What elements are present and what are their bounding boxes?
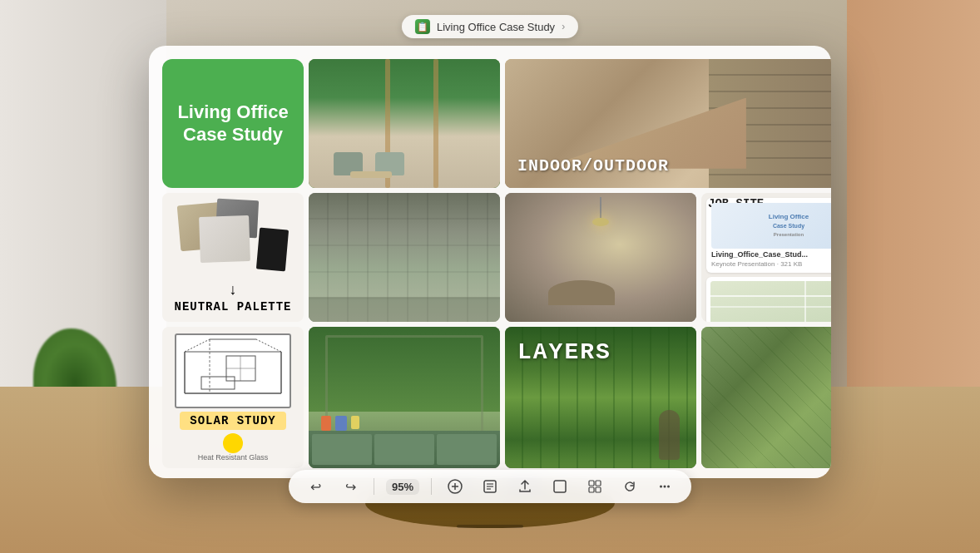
scroll-indicator (457, 525, 523, 528)
main-board: Living Office Case Study (149, 46, 831, 478)
more-button[interactable] (653, 475, 676, 498)
svg-rect-21 (596, 481, 601, 486)
add-button[interactable] (443, 475, 467, 498)
map-preview (710, 281, 831, 322)
sketch-drawing (175, 333, 291, 408)
format-button[interactable] (478, 475, 502, 498)
svg-rect-20 (589, 481, 594, 486)
landscape-note-cell[interactable]: Landscape Architects' Work Samples: See … (701, 327, 831, 468)
keynote-card[interactable]: Living Office Case Study Presentation Li… (706, 198, 831, 273)
road-v (804, 281, 806, 322)
neutral-palette-cell[interactable]: ↓ NEUTRAL PALETTE (162, 193, 304, 322)
board-title: Living Office Case Study (177, 101, 288, 146)
breadcrumb-label: Living Office Case Study (437, 21, 555, 33)
bottom-toolbar: ↩ ↪ 95% (289, 470, 691, 503)
solar-label-bg: SOLAR STUDY (180, 412, 285, 430)
svg-rect-19 (554, 481, 566, 492)
svg-point-25 (664, 486, 666, 488)
material-samples (175, 200, 291, 279)
svg-line-4 (185, 339, 210, 352)
keynote-preview: Living Office Case Study Presentation (711, 203, 831, 249)
neutral-palette-label: NEUTRAL PALETTE (174, 300, 291, 314)
floor-reflection (309, 297, 500, 322)
sample-white (199, 215, 250, 263)
road-h2 (710, 306, 831, 308)
green-cabinets (309, 431, 500, 468)
table-surface (350, 171, 392, 178)
cabinet-door (312, 434, 372, 465)
sample-black (256, 228, 289, 272)
svg-point-24 (660, 486, 662, 488)
app-icon: 📋 (415, 19, 430, 34)
frame-bar (433, 59, 438, 188)
arrow-icon: ↓ (229, 282, 238, 299)
yellow-dot-icon (223, 433, 243, 453)
share-icon (517, 479, 532, 494)
item (335, 416, 347, 431)
cabinet-door (374, 434, 434, 465)
more-icon (657, 479, 672, 494)
svg-rect-23 (596, 487, 601, 492)
view2-button[interactable] (583, 475, 606, 498)
svg-point-26 (667, 486, 670, 488)
map-card[interactable]: De Boom St... Maps · San Fra... (706, 277, 831, 322)
sync-button[interactable] (618, 475, 641, 498)
view1-button[interactable] (548, 475, 572, 498)
indoor-outdoor-photo[interactable]: INDOOR/OUTDOOR (505, 59, 831, 188)
counter-items (321, 416, 359, 431)
undo-button[interactable]: ↩ (304, 475, 327, 498)
heat-resistant-label: Heat Resistant Glass (198, 453, 269, 462)
toolbar-divider (431, 478, 432, 495)
map-bg (710, 281, 831, 322)
view2-icon (587, 479, 602, 494)
solar-study-label: SOLAR STUDY (190, 414, 275, 427)
view1-icon (552, 479, 567, 494)
keynote-filename: Living_Office_Case_Stud... (711, 250, 831, 259)
keynote-inner: Living Office Case Study Presentation (769, 213, 809, 238)
toolbar-divider (374, 478, 374, 495)
interior-lobby-photo[interactable] (505, 193, 696, 322)
leaf-texture (701, 327, 831, 468)
title-cell[interactable]: Living Office Case Study (162, 59, 304, 188)
job-site-cell[interactable]: JOB SITE Living Office Case Study Presen… (701, 193, 831, 322)
item (351, 416, 359, 429)
layers-photo[interactable]: LAYERS (505, 327, 696, 468)
indoor-outdoor-label: INDOOR/OUTDOOR (517, 156, 669, 175)
zoom-level[interactable]: 95% (386, 479, 419, 495)
road-h (710, 295, 831, 297)
green-wall-office-photo[interactable] (309, 59, 500, 188)
board-grid: Living Office Case Study (162, 59, 818, 458)
item (321, 416, 331, 431)
cabinet-door (437, 434, 497, 465)
redo-button[interactable]: ↪ (339, 475, 362, 498)
curved-seating (548, 280, 615, 305)
keynote-meta: Keynote Presentation · 321 KB (711, 260, 831, 268)
svg-line-5 (256, 339, 281, 352)
svg-rect-8 (201, 377, 235, 389)
pendant-light (592, 218, 609, 226)
breadcrumb-bar[interactable]: 📋 Living Office Case Study › (402, 15, 578, 38)
person-silhouette (659, 410, 680, 460)
format-icon (483, 479, 497, 494)
sketch-svg (176, 335, 290, 407)
sync-icon (622, 479, 637, 494)
green-interior-photo[interactable] (309, 327, 500, 468)
layers-label: LAYERS (517, 339, 611, 365)
glass-building-photo[interactable] (309, 193, 500, 322)
share-button[interactable] (513, 475, 537, 498)
pendant-wire (600, 197, 601, 218)
chevron-icon: › (562, 21, 565, 32)
add-icon (448, 479, 463, 494)
solar-study-cell[interactable]: SOLAR STUDY Heat Resistant Glass (162, 327, 304, 468)
svg-rect-22 (589, 487, 594, 492)
